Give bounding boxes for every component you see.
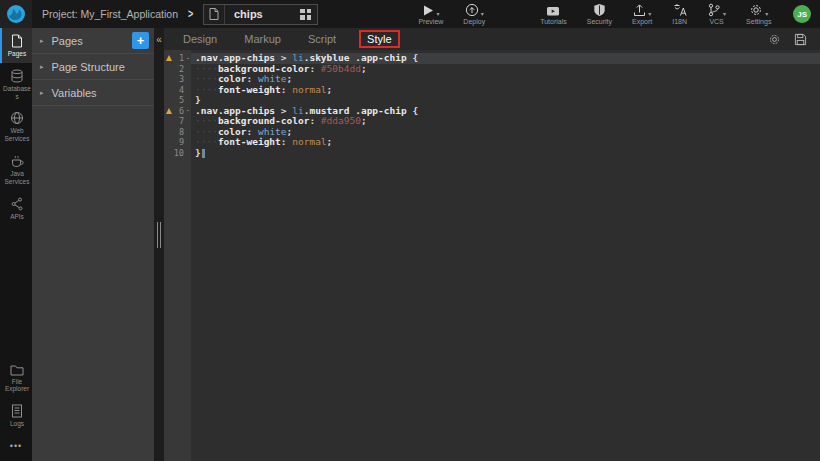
- collapse-panel-button[interactable]: «: [156, 34, 162, 46]
- settings-button[interactable]: ▾ Settings: [746, 3, 771, 25]
- splitter-grip[interactable]: [157, 222, 161, 248]
- database-icon: [10, 69, 24, 83]
- globe-icon: [10, 111, 24, 125]
- grid-view-icon[interactable]: [300, 9, 311, 20]
- tab-style[interactable]: Style: [359, 30, 399, 48]
- page-icon: [11, 34, 23, 48]
- i18n-button[interactable]: I18N: [672, 3, 687, 25]
- topbar-tools: Security ▾ Export I18N ▾ VCS ▾ Settings: [587, 3, 792, 25]
- explorer-panel: ▸ Pages + ▸ Page Structure ▸ Variables: [32, 28, 154, 461]
- panel-section-label: Pages: [52, 35, 83, 47]
- app-logo[interactable]: [0, 0, 32, 28]
- editor-settings-button[interactable]: [768, 33, 781, 46]
- topbar-actions: ▾ Preview ▾ Deploy Tutorials: [418, 3, 586, 25]
- chevron-down-icon[interactable]: ▾: [436, 10, 439, 17]
- deploy-button[interactable]: ▾ Deploy: [463, 3, 485, 25]
- chevron-down-icon[interactable]: ▾: [723, 10, 726, 17]
- logs-icon: [11, 404, 23, 418]
- main-area: Pages Databases Web Services Java Servic…: [0, 28, 820, 461]
- panel-section-pages[interactable]: ▸ Pages +: [32, 28, 154, 54]
- warning-icon: [166, 55, 172, 61]
- editor-tab-bar: Design Markup Script Style: [164, 28, 820, 50]
- code-line[interactable]: ····font-weight: normal;: [191, 137, 820, 148]
- gutter-line[interactable]: 1-: [164, 53, 191, 64]
- panel-section-label: Page Structure: [52, 61, 125, 73]
- gutter-line[interactable]: 2: [164, 64, 191, 75]
- page-tab-label: chips: [225, 8, 300, 20]
- gutter: 1-23456-78910: [164, 50, 191, 461]
- top-bar: Project: My_First_Application > chips ▾ …: [0, 0, 820, 28]
- sidebar-item-file-explorer[interactable]: File Explorer: [0, 358, 32, 399]
- play-icon: [422, 4, 434, 17]
- code-line[interactable]: ····font-weight: normal;: [191, 85, 820, 96]
- chevron-down-icon[interactable]: ▾: [648, 10, 651, 17]
- chevron-down-icon[interactable]: ▾: [481, 10, 484, 17]
- shield-icon: [593, 3, 606, 17]
- panel-section-variables[interactable]: ▸ Variables: [32, 80, 154, 106]
- sidebar-item-apis[interactable]: APIs: [0, 191, 32, 226]
- sidebar-more-button[interactable]: •••: [0, 433, 32, 461]
- sidebar-item-pages[interactable]: Pages: [0, 28, 32, 63]
- editor-area: Design Markup Script Style 1-23456-78910…: [164, 28, 820, 461]
- project-label: Project: My_First_Application: [42, 8, 178, 20]
- page-file-icon: [204, 5, 225, 24]
- sidebar-item-java-services[interactable]: Java Services: [0, 148, 32, 191]
- panel-section-page-structure[interactable]: ▸ Page Structure: [32, 54, 154, 80]
- gutter-line[interactable]: 9: [164, 137, 191, 148]
- gutter-line[interactable]: 5: [164, 95, 191, 106]
- breadcrumb-chevron: >: [188, 7, 193, 21]
- deploy-icon: [465, 3, 479, 17]
- sidebar-item-logs[interactable]: Logs: [0, 398, 32, 433]
- export-button[interactable]: ▾ Export: [632, 3, 652, 25]
- gutter-line[interactable]: 4: [164, 85, 191, 96]
- code-line[interactable]: }: [191, 148, 820, 159]
- gutter-line[interactable]: 8: [164, 127, 191, 138]
- coffee-icon: [10, 154, 24, 168]
- sidebar-item-databases[interactable]: Databases: [0, 63, 32, 106]
- gutter-line[interactable]: 7: [164, 116, 191, 127]
- translate-icon: [673, 3, 687, 17]
- text-cursor: [202, 149, 205, 158]
- code-lines[interactable]: .nav.app-chips > li.skyblue .app-chip {·…: [191, 50, 820, 461]
- video-icon: [546, 5, 560, 17]
- folder-icon: [10, 364, 24, 376]
- open-page-tab[interactable]: chips: [203, 4, 318, 25]
- tab-script[interactable]: Script: [308, 33, 336, 45]
- api-icon: [10, 197, 24, 211]
- warning-icon: [166, 108, 172, 114]
- code-editor[interactable]: 1-23456-78910 .nav.app-chips > li.skyblu…: [164, 50, 820, 461]
- save-button[interactable]: [794, 33, 807, 46]
- chevron-down-icon[interactable]: ▾: [765, 10, 768, 17]
- tab-markup[interactable]: Markup: [244, 33, 281, 45]
- gear-icon: [749, 3, 763, 17]
- branch-icon: [707, 3, 721, 17]
- vcs-button[interactable]: ▾ VCS: [707, 3, 726, 25]
- user-avatar[interactable]: JS: [793, 5, 811, 23]
- preview-button[interactable]: ▾ Preview: [418, 3, 443, 25]
- expand-arrow-icon[interactable]: ▸: [40, 89, 44, 97]
- gutter-line[interactable]: 10: [164, 148, 191, 159]
- expand-arrow-icon[interactable]: ▸: [40, 63, 44, 71]
- expand-arrow-icon[interactable]: ▸: [40, 37, 44, 45]
- sidebar-item-web-services[interactable]: Web Services: [0, 105, 32, 148]
- tab-design[interactable]: Design: [183, 33, 217, 45]
- security-button[interactable]: Security: [587, 3, 612, 25]
- gutter-line[interactable]: 3: [164, 74, 191, 85]
- wavemaker-logo-icon: [6, 4, 26, 24]
- add-page-button[interactable]: +: [132, 32, 149, 49]
- panel-section-label: Variables: [52, 87, 97, 99]
- export-icon: [633, 3, 646, 17]
- editor-toolbar: [768, 33, 820, 46]
- tutorials-button[interactable]: Tutorials: [540, 3, 567, 25]
- panel-splitter[interactable]: «: [154, 28, 164, 461]
- activity-bar: Pages Databases Web Services Java Servic…: [0, 28, 32, 461]
- gutter-line[interactable]: 6-: [164, 106, 191, 117]
